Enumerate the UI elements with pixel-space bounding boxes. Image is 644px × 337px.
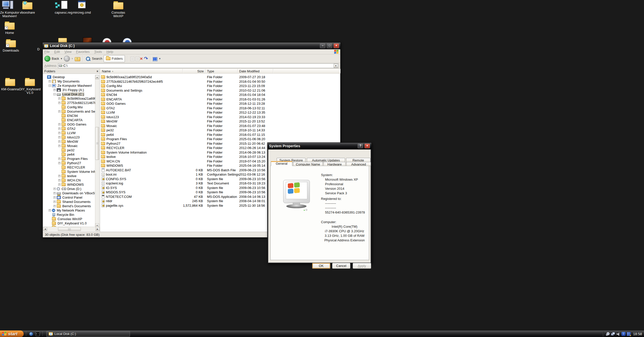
tree-expander-icon[interactable]: − — [49, 85, 51, 87]
tree-item-label[interactable]: WINDOWS — [67, 183, 84, 186]
column-type[interactable]: Type — [205, 69, 238, 73]
desktop-icon-vboxshare[interactable]: vboxshare — [18, 1, 37, 14]
tree-item[interactable]: +GTA2 — [43, 127, 95, 131]
dialog-close-button[interactable]: × — [365, 144, 370, 148]
command-prompt-quick-launch-icon[interactable]: C:\ — [36, 332, 40, 336]
magnifier-tray-icon[interactable] — [605, 332, 610, 336]
tree-item-label[interactable]: DIY_Keyboard V1.0 — [57, 221, 87, 225]
tree-expander-icon[interactable]: + — [58, 132, 61, 134]
desktop-icon-diy-keyboard-v1-0[interactable]: DIY_KeyboardV1.0 — [18, 77, 42, 95]
tree-item[interactable]: +Downloads on 'VBoxSvr' (Z:) — [43, 191, 95, 195]
tree-item[interactable]: +WINDOWS — [43, 182, 95, 187]
tree-item-label[interactable]: Recycle Bin — [56, 213, 75, 217]
tree-item[interactable]: +27753c682121467b925f637242ec44f5 — [43, 101, 95, 105]
tree-item[interactable]: RECYCLER — [43, 165, 95, 170]
tree-item[interactable]: +3½ Floppy (A:) — [43, 88, 95, 92]
menu-item-file[interactable]: File — [44, 50, 50, 54]
tree-expander-icon[interactable]: + — [58, 162, 61, 164]
tree-item-label[interactable]: texlive — [67, 174, 77, 178]
tree-item-label[interactable]: CD Drive (D:) — [61, 187, 82, 191]
copy-to-button[interactable] — [136, 57, 139, 61]
scroll-thumb[interactable] — [95, 127, 99, 160]
tree-item-label[interactable]: Config.Msi — [67, 105, 83, 109]
taskband-handle[interactable] — [42, 331, 43, 336]
desktop-icon-ze-komputor-masheen-[interactable]: Ze KomputorMasheen! — [0, 1, 19, 18]
tree-item[interactable]: +GOG Games — [43, 122, 95, 127]
network-tray-icon[interactable] — [611, 332, 615, 336]
virtualbox-tray-icon[interactable] — [627, 332, 631, 336]
ok-button[interactable]: OK — [312, 263, 330, 269]
tree-expander-icon[interactable]: + — [58, 97, 61, 100]
file-row[interactable]: 9c5b960cea21a69f02f1940a5dFile Folder200… — [100, 75, 340, 79]
tree-item[interactable]: ENCARTA — [43, 118, 95, 122]
tree-item[interactable]: Recycle Bin — [43, 213, 95, 217]
tree-item-label[interactable]: ENCARTA — [67, 118, 83, 122]
delete-button[interactable]: × — [140, 56, 143, 61]
tree-item[interactable]: pe32 — [43, 148, 95, 152]
tree-item-label[interactable]: 9c5b960cea21a69f02f1940a5d — [67, 97, 95, 100]
tree-item[interactable]: +Bernd's Documents — [43, 204, 95, 208]
file-row[interactable]: Documents and SettingsFile Folder2010-02… — [100, 88, 340, 93]
tree-item[interactable]: +texlive — [43, 174, 95, 178]
tree-item-label[interactable]: Mosaic — [67, 144, 78, 148]
tree-item-label[interactable]: Local Disk (C:) — [62, 92, 84, 96]
menu-item-edit[interactable]: Edit — [54, 50, 60, 54]
tree-item[interactable]: ENC94 — [43, 114, 95, 118]
tree-expander-icon[interactable]: + — [58, 175, 61, 177]
menu-item-help[interactable]: Help — [106, 50, 113, 54]
tree-expander-icon[interactable]: + — [49, 80, 51, 82]
taskbar-clock[interactable]: 18:58 — [633, 332, 642, 336]
tree-item[interactable]: +Python27 — [43, 161, 95, 165]
tree-item-label[interactable]: Control Panel — [62, 196, 83, 199]
tree-item[interactable]: System Volume Information — [43, 170, 95, 174]
undo-button[interactable]: ↶ — [144, 56, 148, 61]
tree-item[interactable]: Consolas WinXP — [43, 217, 95, 221]
file-row[interactable]: Config.MsiFile Folder2023-11-23 15:09 — [100, 84, 340, 88]
tree-item[interactable]: pe64 — [43, 152, 95, 157]
file-row[interactable]: pe64File Folder2016-01-07 11:15 — [100, 133, 340, 137]
start-button[interactable]: start — [0, 330, 24, 337]
file-row[interactable]: lotus123File Folder2014-02-19 23:33 — [100, 115, 340, 119]
minimize-button[interactable]: – — [320, 44, 325, 48]
forward-button[interactable]: → — [64, 56, 70, 62]
tab-advanced[interactable]: Advanced — [346, 162, 371, 166]
tree-expander-icon[interactable]: + — [53, 205, 56, 207]
explorer-titlebar[interactable]: Local Disk (C:) – □ × — [43, 43, 340, 49]
tree-expander-icon[interactable]: + — [58, 158, 61, 160]
tab-automatic-updates[interactable]: Automatic Updates — [307, 158, 345, 162]
column-size[interactable]: Size — [183, 69, 205, 73]
tree-expander-icon[interactable]: + — [58, 102, 61, 104]
tree-item[interactable]: +Control Panel — [43, 195, 95, 200]
views-button[interactable] — [153, 57, 157, 61]
tree-expander-icon[interactable]: + — [58, 183, 61, 186]
tree-item[interactable]: +Program Files — [43, 157, 95, 161]
menu-item-view[interactable]: View — [64, 50, 71, 54]
tree-item[interactable]: +Shared Documents — [43, 200, 95, 204]
tree-expander-icon[interactable]: + — [53, 196, 56, 199]
tree-item-label[interactable]: My Documents — [57, 79, 80, 83]
tree-item-label[interactable]: Program Files — [67, 157, 88, 161]
tree-expander-icon[interactable]: + — [58, 128, 61, 130]
bluetooth-tray-icon[interactable]: ᛒ — [621, 332, 626, 336]
scroll-right-icon[interactable]: ▶ — [96, 227, 100, 231]
tab-computer-name[interactable]: Computer Name — [293, 162, 323, 166]
desktop-icon-mircreg-cmd[interactable]: mircreg.cmd — [70, 1, 93, 14]
cancel-button[interactable]: Cancel — [332, 263, 350, 269]
tree-item-label[interactable]: Desktop — [52, 75, 65, 79]
maximize-button[interactable]: □ — [327, 44, 332, 48]
search-icon[interactable] — [85, 56, 91, 61]
desktop-icon-consolas-winxp[interactable]: ConsolasWinXP — [107, 1, 129, 18]
scroll-left-icon[interactable]: ◀ — [43, 227, 47, 231]
tree-item-label[interactable]: RECYCLER — [67, 165, 86, 169]
up-button[interactable] — [75, 57, 80, 61]
tree-item-label[interactable]: Documents and Settings — [67, 110, 95, 113]
file-row[interactable]: 27753c682121467b925f637242ec44f5File Fol… — [100, 79, 340, 84]
file-row[interactable]: GOG GamesFile Folder2016-12-11 23:28 — [100, 101, 340, 106]
file-row[interactable]: Program FilesFile Folder2025-01-06 06:20 — [100, 137, 340, 141]
desktop-icon-km-goanna[interactable]: KM-Goanna — [0, 77, 20, 91]
tree-item-label[interactable]: MinGW — [67, 140, 79, 143]
move-to-button[interactable] — [130, 57, 134, 61]
file-row[interactable]: pe32File Folder2018-10-11 14:33 — [100, 128, 340, 133]
tree-item[interactable]: +Documents and Settings — [43, 109, 95, 114]
tree-item[interactable]: +9c5b960cea21a69f02f1940a5d — [43, 96, 95, 101]
